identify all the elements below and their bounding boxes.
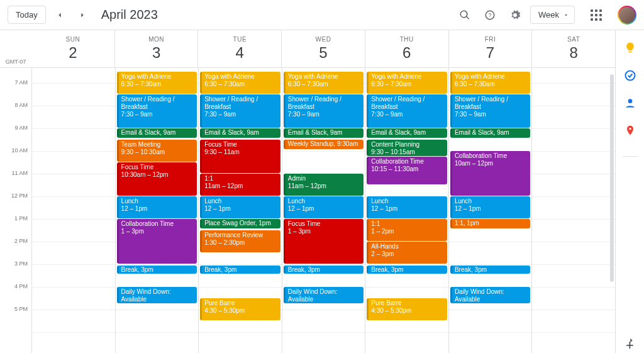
calendar-event[interactable]: Shower / Reading / Breakfast7:30 – 9am	[450, 94, 531, 128]
settings-button[interactable]	[505, 5, 525, 25]
calendar-event[interactable]: Lunch12 – 1pm	[117, 196, 197, 218]
event-time: 12 – 1pm	[121, 205, 195, 213]
event-title: Daily Wind Down: Available	[455, 288, 528, 303]
calendar-event[interactable]: Focus Time9:30 – 11am	[200, 140, 280, 173]
event-title: Pure Barre	[204, 300, 278, 307]
calendar-event[interactable]: Email & Slack, 9am	[450, 128, 531, 138]
view-selector[interactable]: Week	[530, 6, 575, 24]
event-title: Break, 3pm	[371, 266, 403, 273]
search-button[interactable]	[455, 5, 475, 25]
prev-week-button[interactable]	[51, 6, 69, 24]
calendar-event[interactable]: 1:11 – 2pm	[367, 219, 447, 241]
calendar-event[interactable]: Performance Review1:30 – 2:30pm	[200, 230, 280, 252]
day-column[interactable]: Yoga with Adriene6:30 – 7:30amShower / R…	[448, 68, 532, 353]
account-avatar[interactable]	[618, 6, 636, 25]
calendar-event[interactable]: Pure Barre4:30 – 5:30pm	[367, 298, 447, 320]
day-column[interactable]	[531, 68, 615, 353]
calendar-event[interactable]: Email & Slack, 9am	[284, 128, 364, 138]
event-time: 11am – 12pm	[288, 182, 362, 190]
calendar-event[interactable]: Pure Barre4:30 – 5:30pm	[200, 298, 280, 320]
event-title: Performance Review	[204, 232, 278, 239]
calendar-event[interactable]: Collaboration Time10:15 – 11:30am	[367, 157, 447, 184]
help-icon: ?	[484, 9, 496, 21]
day-header[interactable]: TUE4	[197, 30, 281, 67]
day-header[interactable]: WED5	[281, 30, 365, 67]
calendar-event[interactable]: Shower / Reading / Breakfast7:30 – 9am	[117, 94, 197, 128]
keep-icon[interactable]	[624, 42, 636, 54]
calendar-event[interactable]: Shower / Reading / Breakfast7:30 – 9am	[200, 94, 280, 128]
calendar-event[interactable]: Shower / Reading / Breakfast7:30 – 9am	[367, 94, 447, 128]
calendar-grid[interactable]: 7 AM8 AM9 AM10 AM11 AM12 PM1 PM2 PM3 PM4…	[0, 68, 615, 353]
calendar-event[interactable]: Yoga with Adriene6:30 – 7:30am	[367, 72, 447, 94]
event-time: 10am – 12pm	[455, 160, 528, 167]
event-title: Email & Slack, 9am	[288, 129, 343, 136]
calendar-event[interactable]: Team Meeting9:30 – 10:30am	[117, 140, 197, 162]
help-button[interactable]: ?	[480, 5, 500, 25]
day-header[interactable]: THU6	[365, 30, 448, 67]
calendar-event[interactable]: Daily Wind Down: Available4 – 4:45pm	[450, 287, 531, 303]
calendar-event[interactable]: Email & Slack, 9am	[200, 128, 280, 138]
tasks-icon[interactable]	[624, 69, 636, 82]
calendar-event[interactable]: Weekly Standup, 9:30am	[284, 140, 364, 149]
maps-icon[interactable]	[624, 125, 636, 137]
hour-label: 11 AM	[11, 170, 28, 176]
calendar-event[interactable]: Focus Time10:30am – 12pm	[117, 162, 197, 196]
calendar-event[interactable]: Break, 3pm	[284, 266, 364, 274]
timezone-label: GMT-07	[0, 30, 31, 67]
today-button[interactable]: Today	[8, 6, 46, 24]
calendar-event[interactable]: Daily Wind Down: Available4 – 4:45pm	[284, 287, 364, 303]
day-header[interactable]: SUN2	[31, 30, 114, 67]
day-header[interactable]: SAT8	[531, 30, 615, 67]
next-week-button[interactable]	[74, 6, 91, 24]
google-apps-button[interactable]	[586, 5, 606, 25]
calendar-event[interactable]: Break, 3pm	[367, 266, 447, 274]
contacts-icon[interactable]	[624, 97, 636, 109]
day-column[interactable]: Yoga with Adriene6:30 – 7:30amShower / R…	[365, 68, 448, 353]
chevron-right-icon	[627, 336, 636, 345]
calendar-event[interactable]: Lunch12 – 1pm	[367, 196, 447, 218]
event-time: 6:30 – 7:30am	[455, 81, 528, 88]
calendar-event[interactable]: Lunch12 – 1pm	[284, 196, 364, 218]
event-title: Collaboration Time	[455, 152, 528, 160]
day-header-row: GMT-07 SUN2MON3TUE4WED5THU6FRI7SAT8	[0, 30, 615, 68]
day-of-month: 2	[31, 44, 114, 62]
calendar-event[interactable]: Yoga with Adriene6:30 – 7:30am	[117, 72, 197, 94]
svg-text:?: ?	[488, 12, 491, 18]
day-column[interactable]: Yoga with Adriene6:30 – 7:30amShower / R…	[198, 68, 282, 353]
calendar-event[interactable]: Place Swag Order, 1pm	[200, 219, 280, 228]
calendar-event[interactable]: Email & Slack, 9am	[117, 128, 197, 138]
event-title: Shower / Reading / Breakfast	[288, 96, 362, 111]
calendar-event[interactable]: Daily Wind Down: Available4 – 4:45pm	[117, 287, 197, 303]
event-title: Lunch	[204, 198, 278, 205]
day-column[interactable]: Yoga with Adriene6:30 – 7:30amShower / R…	[115, 68, 199, 353]
calendar-event[interactable]: Yoga with Adriene6:30 – 7:30am	[450, 72, 531, 94]
calendar-event[interactable]: Focus Time1 – 3pm	[284, 219, 364, 264]
day-header[interactable]: FRI7	[448, 30, 532, 67]
calendar-event[interactable]: Break, 3pm	[200, 266, 280, 274]
event-title: Lunch	[121, 198, 195, 205]
calendar-event[interactable]: Yoga with Adriene6:30 – 7:30am	[284, 72, 364, 94]
calendar-event[interactable]: 1:111am – 12pm	[200, 174, 280, 196]
hour-label: 5 PM	[14, 306, 28, 312]
calendar-event[interactable]: All-Hands2 – 3pm	[367, 242, 447, 264]
calendar-event[interactable]: 1:1, 1pm	[450, 219, 531, 228]
calendar-event[interactable]: Yoga with Adriene6:30 – 7:30am	[200, 72, 280, 94]
scrollbar[interactable]	[609, 68, 615, 353]
calendar-event[interactable]: Lunch12 – 1pm	[450, 196, 531, 218]
calendar-event[interactable]: Admin11am – 12pm	[284, 174, 364, 196]
calendar-event[interactable]: Collaboration Time1 – 3pm	[117, 219, 197, 264]
day-column[interactable]	[31, 68, 115, 353]
calendar-event[interactable]: Collaboration Time10am – 12pm	[450, 151, 531, 196]
day-column[interactable]: Yoga with Adriene6:30 – 7:30amShower / R…	[282, 68, 365, 353]
day-of-week: FRI	[449, 36, 532, 43]
calendar-event[interactable]: Break, 3pm	[117, 266, 197, 274]
calendar-event[interactable]: Lunch12 – 1pm	[200, 196, 280, 218]
event-time: 9:30 – 10:30am	[121, 148, 195, 156]
calendar-event[interactable]: Break, 3pm	[450, 266, 531, 274]
event-time: 6:30 – 7:30am	[204, 81, 278, 88]
day-header[interactable]: MON3	[114, 30, 198, 67]
calendar-event[interactable]: Shower / Reading / Breakfast7:30 – 9am	[284, 94, 364, 128]
show-side-panel-button[interactable]	[624, 333, 639, 348]
calendar-event[interactable]: Content Planning9:30 – 10:15am	[367, 140, 447, 156]
calendar-event[interactable]: Email & Slack, 9am	[367, 128, 447, 138]
